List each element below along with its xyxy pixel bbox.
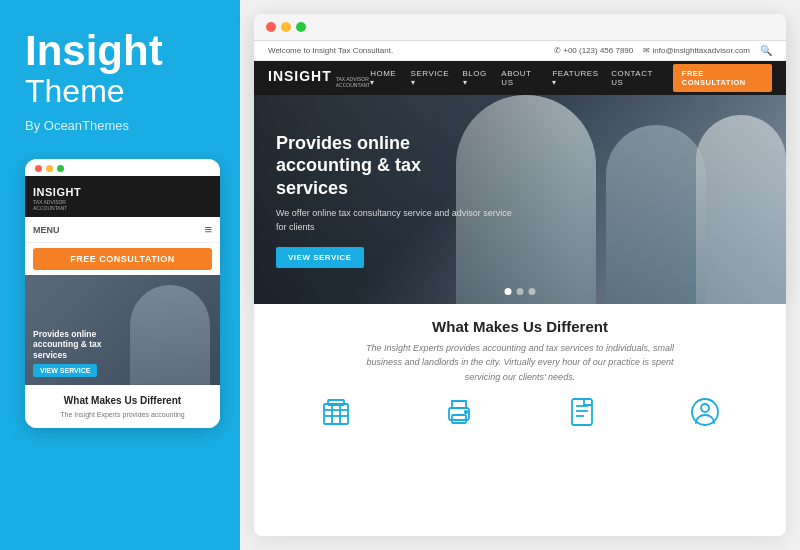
nav-blog[interactable]: BLOG ▾ [463, 69, 492, 87]
user-circle-icon [689, 396, 721, 428]
hero-dot-3[interactable] [529, 288, 536, 295]
bottom-title: What Makes Us Different [274, 318, 766, 335]
hero-subtext: We offer online tax consultancy service … [276, 207, 514, 234]
svg-rect-7 [452, 415, 466, 423]
mobile-cta-button[interactable]: FREE CONSULTATION [33, 248, 212, 270]
mobile-dot-red [35, 165, 42, 172]
mobile-dot-yellow [46, 165, 53, 172]
nav-service[interactable]: SERVICE ▾ [411, 69, 453, 87]
printer-icon [443, 396, 475, 428]
mobile-cta-row: FREE CONSULTATION [25, 243, 220, 275]
mobile-logo: INSIGHT TAX ADVISOR ACCOUNTANT [33, 182, 81, 211]
mobile-browser-bar [25, 159, 220, 176]
mobile-section-title: What Makes Us Different [33, 395, 212, 406]
browser-dot-yellow [281, 22, 291, 32]
bottom-icons-row [274, 396, 766, 428]
bottom-section: What Makes Us Different The Insight Expe… [254, 304, 786, 536]
right-panel: Welcome to Insight Tax Consultant. ✆ +00… [240, 0, 800, 550]
mobile-mockup: INSIGHT TAX ADVISOR ACCOUNTANT MENU ≡ FR… [25, 159, 220, 428]
browser-dot-red [266, 22, 276, 32]
nav-contact[interactable]: CONTACT US [611, 69, 663, 87]
mobile-menu-row: MENU ≡ [25, 217, 220, 243]
document-icon [566, 396, 598, 428]
brand-by: By OceanThemes [25, 118, 215, 133]
mobile-section-text: The Insight Experts provides accounting [33, 410, 212, 420]
icon-printer [443, 396, 475, 428]
hero-heading: Provides onlineaccounting & taxservices [276, 132, 514, 200]
bottom-subtitle: The Insight Experts provides accounting … [335, 341, 705, 384]
mobile-what-makes-section: What Makes Us Different The Insight Expe… [25, 385, 220, 428]
hero-dots [505, 288, 536, 295]
nav-features[interactable]: FEATURES ▾ [552, 69, 601, 87]
nav-home[interactable]: HOME ▾ [370, 69, 400, 87]
svg-rect-9 [572, 399, 592, 425]
mobile-nav: INSIGHT TAX ADVISOR ACCOUNTANT [25, 176, 220, 217]
svg-rect-0 [324, 404, 348, 424]
hero-dot-1[interactable] [505, 288, 512, 295]
site-logo: INSIGHT TAX ADVISOR ACCOUNTANT [268, 68, 370, 88]
site-topbar: Welcome to Insight Tax Consultant. ✆ +00… [254, 41, 786, 61]
building-icon [320, 396, 352, 428]
browser-top-bar [254, 14, 786, 41]
site-navbar: INSIGHT TAX ADVISOR ACCOUNTANT HOME ▾ SE… [254, 61, 786, 95]
nav-cta-button[interactable]: FREE CONSULTATION [673, 64, 772, 92]
site-hero: Provides onlineaccounting & taxservices … [254, 95, 786, 304]
hero-view-service-button[interactable]: VIEW SERVICE [276, 247, 364, 268]
svg-point-14 [701, 404, 709, 412]
mobile-hero: Provides online accounting & tax service… [25, 275, 220, 385]
mobile-view-service-button[interactable]: VIEW SERVICE [33, 364, 97, 377]
nav-links: HOME ▾ SERVICE ▾ BLOG ▾ ABOUT US FEATURE… [370, 64, 772, 92]
desktop-browser: Welcome to Insight Tax Consultant. ✆ +00… [254, 14, 786, 304]
hero-content: Provides onlineaccounting & taxservices … [254, 132, 514, 269]
svg-point-8 [464, 411, 466, 413]
hamburger-icon[interactable]: ≡ [204, 222, 212, 237]
topbar-right: ✆ +00 (123) 456 7890 ✉ info@insighttaxad… [554, 45, 772, 56]
browser-dot-green [296, 22, 306, 32]
brand-title-theme: Theme [25, 72, 215, 110]
svg-rect-5 [328, 400, 344, 405]
mobile-people-silhouette [130, 285, 210, 385]
brand-title-insight: Insight [25, 30, 215, 72]
hero-dot-2[interactable] [517, 288, 524, 295]
icon-user [689, 396, 721, 428]
search-icon[interactable]: 🔍 [760, 45, 772, 56]
icon-building [320, 396, 352, 428]
mobile-dot-green [57, 165, 64, 172]
left-panel: Insight Theme By OceanThemes INSIGHT TAX… [0, 0, 240, 550]
mobile-hero-text: Provides online accounting & tax service… [33, 329, 123, 361]
icon-document [566, 396, 598, 428]
nav-about[interactable]: ABOUT US [501, 69, 542, 87]
